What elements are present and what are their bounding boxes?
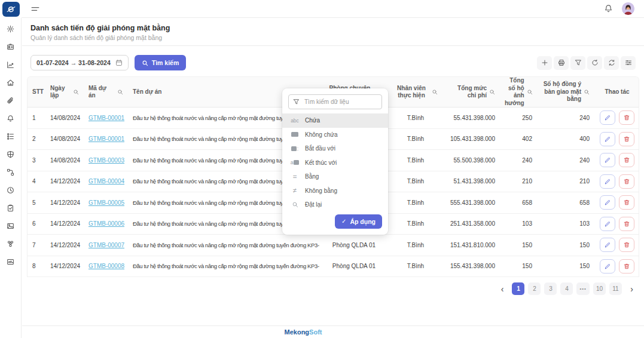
project-name: Đầu tư hệ thống thoát nước và nâng cấp m… <box>128 235 319 256</box>
reset-icon <box>290 201 300 208</box>
delete-button[interactable] <box>619 132 634 146</box>
user-avatar[interactable] <box>622 2 634 15</box>
project-code-link[interactable]: GTMB-00006 <box>88 220 124 227</box>
table-row: 814/12/2024GTMB-00008Đầu tư hệ thống tho… <box>28 256 639 277</box>
filter-option-1[interactable]: Không chứa <box>282 128 388 142</box>
export-button[interactable] <box>554 56 569 70</box>
filter-option-4[interactable]: =Bằng <box>282 170 388 184</box>
home-chart-icon <box>7 79 14 87</box>
sidebar-item-home-chart[interactable] <box>5 78 16 88</box>
edit-button[interactable] <box>600 110 615 125</box>
column-search-icon[interactable] <box>489 89 495 95</box>
filter-options-list: abcChứaKhông chứa:Bắt đầu vớiaKết thúc v… <box>282 113 388 212</box>
top-bar <box>22 0 644 18</box>
sliders-button[interactable] <box>621 56 636 70</box>
plus-button[interactable] <box>537 56 552 70</box>
page-button-4[interactable]: 4 <box>560 282 573 295</box>
clock-icon <box>7 186 14 194</box>
project-code-link[interactable]: GTMB-00001 <box>88 115 124 121</box>
filter-option-5[interactable]: ≠Không bằng <box>282 184 388 198</box>
project-code-link[interactable]: GTMB-00007 <box>88 242 124 248</box>
pencil-icon <box>604 114 611 121</box>
project-code-link[interactable]: GTMB-00001 <box>88 136 124 142</box>
sidebar-item-clipboard-check[interactable] <box>5 203 16 213</box>
page-button-3[interactable]: 3 <box>544 282 557 295</box>
funnel-button[interactable] <box>570 56 585 70</box>
filter-option-3[interactable]: aKết thúc với <box>282 156 388 170</box>
pencil-icon <box>604 241 611 248</box>
search-button[interactable]: Tìm kiếm <box>135 55 187 70</box>
workflow-icon <box>7 168 14 176</box>
project-code-link[interactable]: GTMB-00008 <box>88 263 124 269</box>
project-code-link[interactable]: GTMB-00005 <box>88 199 124 206</box>
edit-button[interactable] <box>600 217 615 231</box>
sidebar-item-clock[interactable] <box>5 185 16 195</box>
check-icon: ✓ <box>341 218 346 225</box>
reload-button[interactable] <box>587 56 602 70</box>
page-button-2[interactable]: 2 <box>528 282 541 295</box>
brand-logo: MekongSoft <box>285 328 322 336</box>
sidebar-nav <box>0 18 22 338</box>
sidebar-item-chart-growth[interactable] <box>5 60 16 70</box>
column-header: STT <box>28 77 45 107</box>
sidebar-item-image[interactable] <box>5 221 16 231</box>
project-code-link[interactable]: GTMB-00004 <box>88 178 124 185</box>
filter-option-2[interactable]: :Bắt đầu với <box>282 142 388 156</box>
filter-option-0[interactable]: abcChứa <box>282 113 388 128</box>
hamburger-icon[interactable] <box>31 5 39 13</box>
edit-button[interactable] <box>600 195 615 210</box>
column-search-icon[interactable] <box>73 89 79 95</box>
edit-button[interactable] <box>600 132 615 146</box>
edit-button[interactable] <box>600 238 615 252</box>
pencil-icon <box>604 199 611 206</box>
sidebar-item-workflow[interactable] <box>5 167 16 177</box>
edit-button[interactable] <box>600 174 615 189</box>
project-code-link[interactable]: GTMB-00003 <box>88 157 124 164</box>
delete-button[interactable] <box>619 217 634 231</box>
filter-popup: abcChứaKhông chứa:Bắt đầu vớiaKết thúc v… <box>282 88 388 235</box>
column-search-icon[interactable] <box>432 89 438 95</box>
sync-button[interactable] <box>604 56 619 70</box>
delete-button[interactable] <box>619 110 634 125</box>
prev-page-button[interactable]: ‹ <box>496 282 508 295</box>
page-button-11[interactable]: 11 <box>609 282 622 295</box>
image-icon <box>7 222 14 230</box>
column-search-icon[interactable] <box>117 89 123 95</box>
page-button-1[interactable]: 1 <box>512 282 524 295</box>
column-header: Nhân viên thực hiện <box>389 77 442 107</box>
sidebar-item-shield[interactable] <box>5 149 16 159</box>
apply-button[interactable]: ✓ Áp dụng <box>335 214 382 229</box>
sidebar-item-task-list[interactable] <box>5 131 16 142</box>
sidebar-item-image-activity[interactable] <box>5 257 16 267</box>
delete-button[interactable] <box>619 195 634 210</box>
filter-search-input[interactable] <box>303 98 377 106</box>
delete-button[interactable] <box>619 153 634 167</box>
pencil-icon <box>604 156 611 164</box>
date-range-input[interactable]: 01-07-2024 → 31-08-2024 <box>30 55 129 70</box>
edit-button[interactable] <box>600 259 615 274</box>
sidebar-item-id-badge[interactable] <box>5 42 16 52</box>
sidebar-item-gear[interactable] <box>5 24 16 34</box>
pencil-icon <box>604 178 611 185</box>
not-contains-icon <box>290 132 300 137</box>
paperclip-icon <box>7 97 14 105</box>
delete-button[interactable] <box>619 259 634 274</box>
column-search-icon[interactable] <box>584 89 590 95</box>
edit-button[interactable] <box>600 153 615 167</box>
sidebar-item-bell[interactable] <box>5 113 16 124</box>
trash-icon <box>623 136 630 143</box>
delete-button[interactable] <box>619 174 634 189</box>
filter-option-6[interactable]: Đặt lại <box>282 198 388 212</box>
page-button-10[interactable]: 10 <box>593 282 606 295</box>
column-search-icon[interactable] <box>527 89 533 95</box>
sidebar-item-share-nodes[interactable] <box>5 239 16 249</box>
delete-button[interactable] <box>619 238 634 252</box>
next-page-button[interactable]: › <box>625 282 638 295</box>
sidebar-item-paperclip[interactable] <box>5 96 16 106</box>
topbar-actions <box>604 2 634 15</box>
sliders-icon <box>625 59 632 66</box>
page-ellipsis-button[interactable]: ••• <box>576 282 589 295</box>
ends-with-icon: a <box>290 159 300 165</box>
bell-icon[interactable] <box>604 4 613 13</box>
app-logo-icon[interactable] <box>2 2 20 17</box>
